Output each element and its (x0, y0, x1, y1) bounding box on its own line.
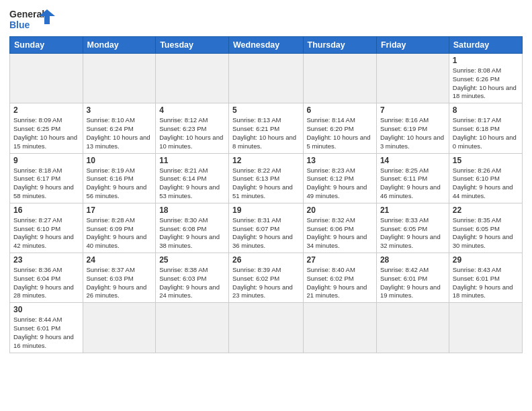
week-row-2: 2Sunrise: 8:09 AM Sunset: 6:25 PM Daylig… (10, 103, 523, 153)
day-number: 28 (380, 255, 445, 265)
calendar-cell: 14Sunrise: 8:25 AM Sunset: 6:11 PM Dayli… (376, 153, 449, 203)
day-number: 17 (87, 205, 152, 215)
calendar-cell: 8Sunrise: 8:17 AM Sunset: 6:18 PM Daylig… (449, 103, 522, 153)
calendar-cell: 12Sunrise: 8:22 AM Sunset: 6:13 PM Dayli… (229, 153, 303, 203)
day-info: Sunrise: 8:21 AM Sunset: 6:14 PM Dayligh… (159, 167, 225, 201)
day-number: 5 (232, 105, 299, 115)
day-number: 14 (380, 156, 445, 165)
weekday-sunday: Sunday (10, 37, 83, 54)
calendar-cell: 1Sunrise: 8:08 AM Sunset: 6:26 PM Daylig… (449, 54, 522, 103)
day-number: 18 (159, 205, 225, 215)
day-number: 27 (307, 255, 373, 265)
week-row-1: 1Sunrise: 8:08 AM Sunset: 6:26 PM Daylig… (10, 54, 523, 103)
day-info: Sunrise: 8:19 AM Sunset: 6:16 PM Dayligh… (87, 167, 152, 201)
week-row-3: 9Sunrise: 8:18 AM Sunset: 6:17 PM Daylig… (10, 153, 523, 203)
calendar-cell: 22Sunrise: 8:35 AM Sunset: 6:05 PM Dayli… (449, 203, 522, 253)
day-info: Sunrise: 8:28 AM Sunset: 6:09 PM Dayligh… (87, 216, 152, 250)
weekday-wednesday: Wednesday (229, 37, 303, 54)
day-info: Sunrise: 8:22 AM Sunset: 6:13 PM Dayligh… (232, 167, 299, 201)
day-number: 20 (307, 205, 373, 215)
calendar-cell (229, 303, 303, 353)
day-number: 21 (380, 205, 445, 215)
svg-text:General: General (9, 9, 44, 19)
day-number: 29 (453, 255, 519, 265)
day-info: Sunrise: 8:42 AM Sunset: 6:01 PM Dayligh… (380, 266, 445, 300)
weekday-monday: Monday (83, 37, 156, 54)
day-number: 7 (380, 105, 445, 115)
calendar-cell: 25Sunrise: 8:38 AM Sunset: 6:03 PM Dayli… (156, 253, 229, 303)
logo: General Blue (9, 7, 56, 32)
day-info: Sunrise: 8:12 AM Sunset: 6:23 PM Dayligh… (159, 116, 225, 150)
day-info: Sunrise: 8:25 AM Sunset: 6:11 PM Dayligh… (380, 167, 445, 201)
day-number: 12 (232, 156, 299, 165)
day-info: Sunrise: 8:27 AM Sunset: 6:10 PM Dayligh… (13, 216, 79, 250)
weekday-tuesday: Tuesday (156, 37, 229, 54)
day-number: 4 (159, 105, 225, 115)
day-number: 13 (307, 156, 373, 165)
day-number: 26 (232, 255, 299, 265)
day-number: 2 (13, 105, 79, 115)
calendar-cell: 13Sunrise: 8:23 AM Sunset: 6:12 PM Dayli… (303, 153, 376, 203)
day-number: 30 (13, 305, 79, 314)
calendar-cell (376, 303, 449, 353)
svg-text:Blue: Blue (9, 19, 30, 30)
day-info: Sunrise: 8:33 AM Sunset: 6:05 PM Dayligh… (380, 216, 445, 250)
day-info: Sunrise: 8:32 AM Sunset: 6:06 PM Dayligh… (307, 216, 373, 250)
week-row-5: 23Sunrise: 8:36 AM Sunset: 6:04 PM Dayli… (10, 253, 523, 303)
calendar-cell: 9Sunrise: 8:18 AM Sunset: 6:17 PM Daylig… (10, 153, 83, 203)
weekday-saturday: Saturday (449, 37, 522, 54)
calendar-cell (229, 54, 303, 103)
week-row-4: 16Sunrise: 8:27 AM Sunset: 6:10 PM Dayli… (10, 203, 523, 253)
calendar-cell: 6Sunrise: 8:14 AM Sunset: 6:20 PM Daylig… (303, 103, 376, 153)
calendar-cell: 4Sunrise: 8:12 AM Sunset: 6:23 PM Daylig… (156, 103, 229, 153)
day-info: Sunrise: 8:36 AM Sunset: 6:04 PM Dayligh… (13, 266, 79, 300)
calendar-cell: 2Sunrise: 8:09 AM Sunset: 6:25 PM Daylig… (10, 103, 83, 153)
day-info: Sunrise: 8:18 AM Sunset: 6:17 PM Dayligh… (13, 167, 79, 201)
calendar-cell: 28Sunrise: 8:42 AM Sunset: 6:01 PM Dayli… (376, 253, 449, 303)
calendar-cell (10, 54, 83, 103)
calendar-cell (83, 303, 156, 353)
calendar-cell (83, 54, 156, 103)
day-info: Sunrise: 8:30 AM Sunset: 6:08 PM Dayligh… (159, 216, 225, 250)
weekday-friday: Friday (376, 37, 449, 54)
calendar-cell (376, 54, 449, 103)
day-info: Sunrise: 8:16 AM Sunset: 6:19 PM Dayligh… (380, 116, 445, 150)
day-info: Sunrise: 8:26 AM Sunset: 6:10 PM Dayligh… (453, 167, 519, 201)
day-number: 22 (453, 205, 519, 215)
calendar-cell: 20Sunrise: 8:32 AM Sunset: 6:06 PM Dayli… (303, 203, 376, 253)
logo-svg: General Blue (9, 7, 56, 32)
calendar-cell (156, 54, 229, 103)
calendar-cell: 15Sunrise: 8:26 AM Sunset: 6:10 PM Dayli… (449, 153, 522, 203)
day-info: Sunrise: 8:43 AM Sunset: 6:01 PM Dayligh… (453, 266, 519, 300)
day-info: Sunrise: 8:31 AM Sunset: 6:07 PM Dayligh… (232, 216, 299, 250)
day-info: Sunrise: 8:09 AM Sunset: 6:25 PM Dayligh… (13, 116, 79, 150)
weekday-thursday: Thursday (303, 37, 376, 54)
calendar-cell: 7Sunrise: 8:16 AM Sunset: 6:19 PM Daylig… (376, 103, 449, 153)
day-info: Sunrise: 8:38 AM Sunset: 6:03 PM Dayligh… (159, 266, 225, 300)
day-number: 24 (87, 255, 152, 265)
day-info: Sunrise: 8:13 AM Sunset: 6:21 PM Dayligh… (232, 116, 299, 150)
calendar-cell (303, 303, 376, 353)
day-number: 1 (453, 56, 519, 65)
calendar-cell: 3Sunrise: 8:10 AM Sunset: 6:24 PM Daylig… (83, 103, 156, 153)
calendar-cell: 21Sunrise: 8:33 AM Sunset: 6:05 PM Dayli… (376, 203, 449, 253)
day-number: 3 (87, 105, 152, 115)
weekday-header-row: SundayMondayTuesdayWednesdayThursdayFrid… (10, 37, 523, 54)
calendar-cell: 16Sunrise: 8:27 AM Sunset: 6:10 PM Dayli… (10, 203, 83, 253)
day-info: Sunrise: 8:10 AM Sunset: 6:24 PM Dayligh… (87, 116, 152, 150)
day-number: 19 (232, 205, 299, 215)
day-info: Sunrise: 8:35 AM Sunset: 6:05 PM Dayligh… (453, 216, 519, 250)
page-container: General Blue SundayMondayTuesdayWednesda… (0, 0, 532, 360)
day-info: Sunrise: 8:44 AM Sunset: 6:01 PM Dayligh… (13, 316, 79, 350)
day-number: 15 (453, 156, 519, 165)
calendar-cell: 23Sunrise: 8:36 AM Sunset: 6:04 PM Dayli… (10, 253, 83, 303)
day-info: Sunrise: 8:40 AM Sunset: 6:02 PM Dayligh… (307, 266, 373, 300)
calendar-cell: 30Sunrise: 8:44 AM Sunset: 6:01 PM Dayli… (10, 303, 83, 353)
day-number: 11 (159, 156, 225, 165)
calendar-cell: 11Sunrise: 8:21 AM Sunset: 6:14 PM Dayli… (156, 153, 229, 203)
header: General Blue (9, 7, 523, 32)
calendar-cell: 24Sunrise: 8:37 AM Sunset: 6:03 PM Dayli… (83, 253, 156, 303)
day-info: Sunrise: 8:39 AM Sunset: 6:02 PM Dayligh… (232, 266, 299, 300)
calendar-cell (303, 54, 376, 103)
calendar-cell: 19Sunrise: 8:31 AM Sunset: 6:07 PM Dayli… (229, 203, 303, 253)
